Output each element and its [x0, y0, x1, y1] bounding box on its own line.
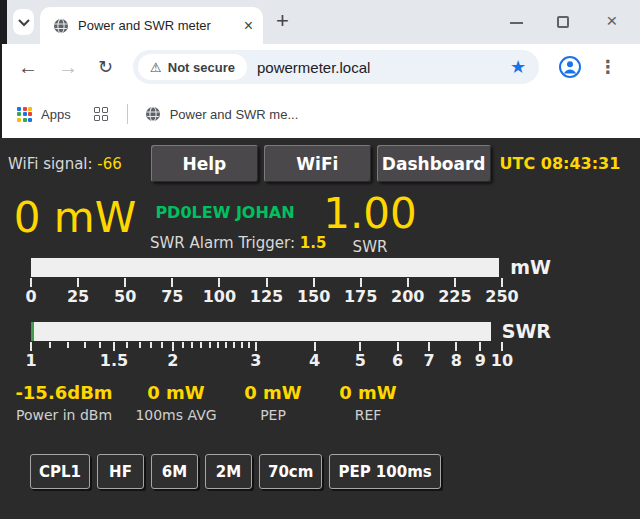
scale-tick [171, 278, 173, 287]
scale-tick [124, 278, 126, 287]
scale-tick-label: 1 [25, 351, 36, 370]
bookmark-item[interactable]: Power and SWR me... [170, 107, 299, 122]
callsign: PD0LEW JOHAN [150, 203, 300, 222]
swr-meter-unit: SWR [502, 320, 551, 342]
scale-tick-label: 7 [423, 351, 434, 370]
scale-tick [30, 342, 32, 351]
scale-tick-label: 200 [391, 287, 424, 306]
scale-tick [150, 342, 152, 348]
swr-meter-track [31, 322, 491, 341]
readout-caption: Power in dBm [0, 407, 128, 423]
2m-button[interactable]: 2M [205, 454, 252, 489]
navigation-bar: ← → ↻ ⚠ Not secure powermeter.local ★ ⋮ [0, 44, 640, 90]
url-text[interactable]: powermeter.local [257, 59, 370, 76]
readout-value: 0 mW [322, 382, 414, 403]
scale-tick-label: 9 [475, 351, 486, 370]
wifi-signal-value: -66 [97, 155, 122, 173]
swr-block: 1.00 SWR [300, 192, 440, 248]
dashboard-button[interactable]: Dashboard [377, 145, 491, 182]
swr-value-big: 1.00 [300, 192, 440, 236]
tab-groups-icon[interactable] [94, 107, 108, 121]
scale-tick [191, 342, 193, 348]
scale-tick [501, 342, 503, 351]
scale-tick-label: 6 [392, 351, 403, 370]
minimize-icon [510, 22, 523, 24]
globe-favicon-icon [53, 18, 69, 34]
scale-tick [126, 342, 128, 348]
pep-100ms-button[interactable]: PEP 100ms [329, 454, 440, 489]
readout-value: 0 mW [128, 382, 224, 403]
power-meter: mW 0255075100125150175200225250 [31, 256, 551, 308]
new-tab-button[interactable]: + [276, 8, 289, 34]
power-meter-unit: mW [510, 256, 551, 278]
address-bar[interactable]: ⚠ Not secure powermeter.local ★ [133, 50, 539, 84]
forward-icon: → [58, 57, 78, 77]
scale-tick-label: 125 [250, 287, 283, 306]
scale-tick [359, 342, 361, 351]
security-chip[interactable]: ⚠ Not secure [138, 54, 247, 80]
hf-button[interactable]: HF [97, 454, 144, 489]
scale-tick-label: 4 [309, 351, 320, 370]
utc-clock: UTC 08:43:31 [500, 154, 621, 173]
window-close-icon: × [606, 11, 617, 30]
scale-tick [225, 342, 227, 348]
menu-icon[interactable]: ⋮ [599, 56, 617, 78]
scale-tick [314, 342, 316, 351]
wifi-button[interactable]: WiFi [264, 145, 371, 182]
scale-tick-label: 175 [344, 287, 377, 306]
chevron-down-icon [18, 13, 30, 31]
bookmark-star-icon[interactable]: ★ [510, 58, 526, 76]
reload-icon[interactable]: ↻ [98, 58, 113, 76]
70cm-button[interactable]: 70cm [259, 454, 322, 489]
readout-caption: REF [322, 407, 414, 423]
window-edge [0, 0, 7, 44]
scale-tick [501, 278, 503, 287]
readout-avg: 0 mW 100ms AVG [128, 382, 224, 423]
status-middle: PD0LEW JOHAN SWR Alarm Trigger: 1.5 [150, 192, 300, 248]
scale-tick [454, 278, 456, 287]
window-edge [0, 90, 2, 138]
status-row: 0 mW PD0LEW JOHAN SWR Alarm Trigger: 1.5… [0, 192, 640, 248]
scale-tick [84, 342, 86, 348]
scale-tick-label: 2 [167, 351, 178, 370]
scale-tick [161, 342, 163, 348]
scale-tick [182, 342, 184, 348]
scale-tick [67, 342, 69, 348]
scale-tick [455, 342, 457, 351]
scale-tick [209, 342, 211, 348]
cpl1-button[interactable]: CPL1 [30, 454, 90, 489]
tab-title: Power and SWR meter [78, 18, 238, 33]
tab-close-icon[interactable]: × [244, 18, 253, 34]
scale-tick-label: 100 [203, 287, 236, 306]
apps-shortcut[interactable]: Apps [41, 107, 71, 122]
scale-tick [30, 278, 32, 287]
profile-icon[interactable] [558, 55, 582, 79]
tab-search-button[interactable] [13, 9, 34, 35]
readout-caption: PEP [224, 407, 322, 423]
back-icon[interactable]: ← [18, 57, 38, 77]
tab-strip: Power and SWR meter × + × [0, 0, 640, 44]
scale-tick [172, 342, 174, 351]
scale-tick-label: 5 [355, 351, 366, 370]
power-value-big: 0 mW [0, 192, 150, 248]
scale-tick-label: 8 [451, 351, 462, 370]
scale-tick-label: 50 [114, 287, 136, 306]
6m-button[interactable]: 6M [151, 454, 198, 489]
swr-meter: SWR 11.52345678910 [31, 320, 551, 372]
scale-tick [200, 342, 202, 348]
scale-tick-label: 10 [491, 351, 513, 370]
readout-dbm: -15.6dBm Power in dBm [0, 382, 128, 423]
window-edge [0, 44, 2, 90]
help-button[interactable]: Help [151, 145, 258, 182]
warning-icon: ⚠ [150, 60, 162, 75]
swr-alarm-trigger: SWR Alarm Trigger: 1.5 [150, 234, 300, 252]
scale-tick-label: 250 [485, 287, 518, 306]
browser-chrome: Power and SWR meter × + × ← → ↻ ⚠ Not se… [0, 0, 640, 138]
scale-tick [233, 342, 235, 348]
scale-tick-label: 3 [250, 351, 261, 370]
scale-tick [248, 342, 250, 348]
scale-tick [139, 342, 141, 348]
browser-tab[interactable]: Power and SWR meter × [40, 7, 263, 44]
readout-caption: 100ms AVG [128, 407, 224, 423]
readout-value: 0 mW [224, 382, 322, 403]
